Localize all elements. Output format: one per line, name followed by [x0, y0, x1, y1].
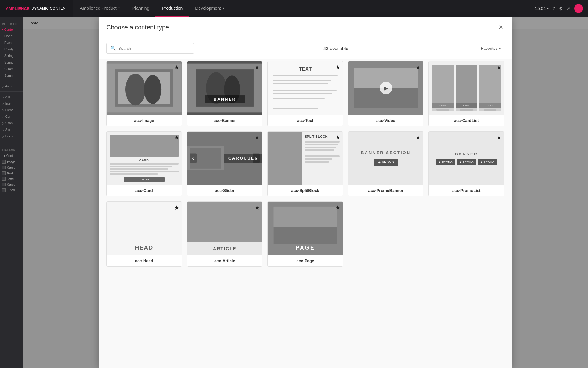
content-card-acc-video[interactable]: ▶ ★ acc-Video: [348, 61, 424, 126]
card-label-acc-banner: acc-Banner: [187, 115, 262, 126]
content-card-acc-banner[interactable]: BANNER ★ acc-Banner: [187, 61, 263, 126]
svg-text:BANNER: BANNER: [214, 97, 236, 101]
filter-item-grid[interactable]: Grid: [2, 170, 21, 176]
sidebar-item-ready[interactable]: Ready: [0, 46, 23, 53]
search-icon: 🔍: [110, 46, 116, 51]
carousel-arrow-right[interactable]: ›: [253, 154, 260, 163]
filter-item-carou2[interactable]: Carou: [2, 182, 21, 187]
card-favorite-acc-promolist[interactable]: ★: [496, 134, 501, 141]
carousel-arrow-left[interactable]: ‹: [190, 154, 197, 163]
tab-amplience-product-arrow: ▾: [118, 6, 120, 10]
user-avatar[interactable]: [574, 4, 583, 13]
content-card-acc-promolist[interactable]: BANNER ✦ PROMO ✦ PROMO: [428, 131, 504, 196]
content-card-acc-text[interactable]: TEXT: [267, 61, 343, 126]
tab-planning[interactable]: Planning: [126, 0, 156, 17]
app-brand: AMPLIENCE DYNAMIC CONTENT: [0, 0, 74, 17]
card-favorite-acc-cardlist[interactable]: ★: [496, 64, 501, 71]
promolist-label-2: PROMO: [463, 161, 474, 164]
card-label-acc-text: acc-Text: [268, 115, 343, 126]
card-favorite-acc-card[interactable]: ★: [174, 134, 179, 141]
sidebar-item-germ[interactable]: ▷ Germ: [0, 113, 23, 120]
filter-item-image[interactable]: Image: [2, 159, 21, 165]
export-icon[interactable]: ↗: [567, 6, 570, 11]
filter-item-tutori[interactable]: Tutori: [2, 187, 21, 193]
card-favorite-acc-text[interactable]: ★: [335, 64, 340, 71]
card-preview-acc-card: CARD DOLOR: [107, 132, 182, 185]
filter-checkbox-textb[interactable]: [2, 177, 6, 181]
sidebar-item-docu[interactable]: ▷ Docu: [0, 133, 23, 140]
filter-item-textb[interactable]: Text B: [2, 176, 21, 182]
promolist-star-3: ✦: [480, 161, 483, 164]
tab-production[interactable]: Production: [155, 0, 189, 17]
content-card-acc-card[interactable]: CARD DOLOR: [106, 131, 182, 196]
modal-search-row: 🔍 43 available Favorites ▾: [99, 38, 512, 59]
card-favorite-acc-splitblock[interactable]: ★: [335, 134, 340, 141]
modal-overlay[interactable]: Choose a content type × 🔍 43 available F…: [23, 17, 588, 368]
filter-checkbox-grid[interactable]: [2, 171, 6, 175]
content-card-acc-article[interactable]: ARTICLE ★ acc-Article: [187, 201, 263, 267]
card-preview-acc-text: TEXT: [268, 61, 343, 115]
modal-title: Choose a content type: [106, 24, 169, 31]
nav-tabs: Amplience Product ▾ Planning Production …: [74, 0, 530, 17]
filter-item-carou1[interactable]: Carou: [2, 165, 21, 170]
card-favorite-acc-slider[interactable]: ★: [255, 134, 260, 141]
tab-amplience-product-label: Amplience Product: [80, 6, 117, 11]
sidebar-item-spring2[interactable]: Spring: [0, 59, 23, 66]
favorites-button[interactable]: Favorites ▾: [478, 44, 504, 53]
promolist-btn-3: ✦ PROMO: [478, 159, 497, 165]
preview-splitblock-graphic: SPLIT BLOCK: [268, 132, 343, 185]
sidebar-section-repo: Reposito: [0, 19, 23, 26]
card-favorite-acc-article[interactable]: ★: [255, 204, 260, 211]
card-preview-acc-page: PAGE ★: [268, 202, 343, 255]
card-preview-acc-promobanner: BANNER SECTION ✦ PROMO ★: [348, 132, 423, 185]
card-label-acc-head: acc-Head: [107, 255, 182, 266]
sidebar-item-summ2[interactable]: Summ: [0, 72, 23, 79]
card-favorite-acc-image[interactable]: ★: [174, 64, 179, 71]
content-card-acc-head[interactable]: HEAD ★ acc-Head: [106, 201, 182, 267]
sidebar-item-conte[interactable]: ▾ Conte: [0, 26, 23, 33]
tab-planning-label: Planning: [132, 6, 150, 11]
sidebar-item-slots2[interactable]: ▷ Slots: [0, 127, 23, 133]
sidebar-item-event[interactable]: Event: [0, 39, 23, 46]
card-favorite-acc-banner[interactable]: ★: [255, 64, 260, 71]
sidebar-item-slots1[interactable]: ▷ Slots: [0, 94, 23, 100]
settings-icon[interactable]: ⚙: [559, 6, 563, 12]
filter-checkbox-carou1[interactable]: [2, 166, 6, 169]
sidebar-item-archiv[interactable]: ▷ Archiv: [0, 83, 23, 90]
content-card-acc-page[interactable]: PAGE ★ acc-Page: [267, 201, 343, 267]
preview-text-line-8: [273, 96, 330, 96]
content-card-acc-splitblock[interactable]: SPLIT BLOCK: [267, 131, 343, 196]
brand-amplience: AMPLIENCE: [6, 6, 30, 11]
content-card-acc-cardlist[interactable]: CARD: [428, 61, 504, 126]
sidebar-item-summ1[interactable]: Summ: [0, 66, 23, 72]
help-icon[interactable]: ?: [552, 6, 555, 11]
sidebar-item-spani[interactable]: ▷ Spani: [0, 120, 23, 127]
card-favorite-acc-head[interactable]: ★: [174, 204, 179, 211]
tab-development[interactable]: Development ▾: [189, 0, 231, 17]
card-favorite-acc-promobanner[interactable]: ★: [416, 134, 421, 141]
sidebar-item-frenc[interactable]: ▷ Frenc: [0, 107, 23, 113]
modal-close-button[interactable]: ×: [498, 23, 504, 32]
card-label-acc-slider: acc-Slider: [187, 185, 262, 196]
preview-promolist-graphic: BANNER ✦ PROMO ✦ PROMO: [429, 132, 504, 185]
filter-checkbox-image[interactable]: [2, 160, 6, 164]
preview-text-line-10: [273, 103, 338, 103]
card-favorite-acc-video[interactable]: ★: [416, 64, 421, 71]
content-card-acc-slider[interactable]: CAROUSEL ‹ › ★ acc-Slider: [187, 131, 263, 196]
content-card-acc-image[interactable]: ★ acc-Image: [106, 61, 182, 126]
card-favorite-acc-page[interactable]: ★: [335, 204, 340, 211]
sidebar-filter-section-label[interactable]: ▾ Conte: [2, 153, 21, 159]
search-input[interactable]: [118, 46, 190, 51]
preview-text-line-1: [273, 75, 338, 76]
promolist-title: BANNER: [455, 152, 478, 156]
card-preview-acc-promolist: BANNER ✦ PROMO ✦ PROMO: [429, 132, 504, 185]
sidebar-item-doc[interactable]: Doc e:: [0, 33, 23, 39]
promolist-btns: ✦ PROMO ✦ PROMO ✦: [436, 159, 497, 165]
filter-checkbox-carou2[interactable]: [2, 183, 6, 186]
content-card-acc-promobanner[interactable]: BANNER SECTION ✦ PROMO ★ acc-PromoBanner: [348, 131, 424, 196]
sidebar-item-spring1[interactable]: Spring: [0, 53, 23, 59]
filter-checkbox-tutori[interactable]: [2, 188, 6, 192]
preview-page-graphic: PAGE: [268, 202, 343, 255]
sidebar-item-intern[interactable]: ▷ Intern: [0, 100, 23, 107]
tab-amplience-product[interactable]: Amplience Product ▾: [74, 0, 126, 17]
